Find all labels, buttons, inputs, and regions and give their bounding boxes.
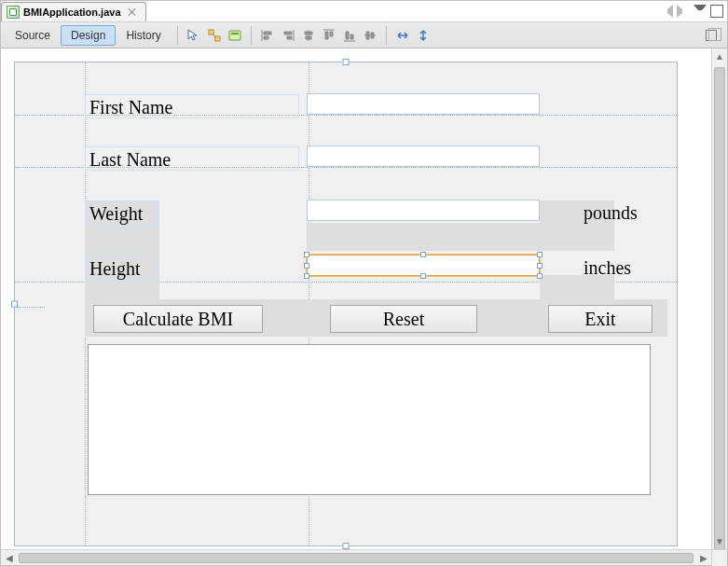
- view-design-tab[interactable]: Design: [61, 25, 116, 46]
- output-textarea[interactable]: [88, 344, 651, 495]
- vertical-scrollbar[interactable]: ▲ ▼: [711, 48, 727, 549]
- ide-window: BMIApplication.java Source Design Histor…: [0, 0, 728, 566]
- svg-rect-0: [209, 30, 213, 35]
- svg-rect-3: [231, 33, 239, 35]
- maximize-editor-icon[interactable]: [710, 5, 723, 18]
- scroll-left-icon[interactable]: ◀: [1, 550, 17, 566]
- scroll-right-icon[interactable]: ▶: [695, 550, 711, 566]
- resize-horizontal-icon[interactable]: [393, 26, 412, 45]
- resize-vertical-icon[interactable]: [414, 26, 433, 45]
- connection-mode-icon[interactable]: [205, 26, 224, 45]
- file-tab-label: BMIApplication.java: [23, 7, 121, 18]
- guide-horizontal: [15, 307, 45, 308]
- toolbar-separator: [386, 26, 387, 45]
- panel-resize-handle-icon[interactable]: [343, 543, 350, 549]
- selection-mode-icon[interactable]: [185, 26, 203, 45]
- scrollbar-thumb[interactable]: [19, 553, 694, 563]
- tab-next-icon[interactable]: [677, 5, 690, 18]
- align-left-icon[interactable]: [258, 26, 277, 45]
- last-name-label: Last Name: [85, 146, 299, 171]
- first-name-label: First Name: [85, 94, 299, 118]
- exit-button[interactable]: Exit: [548, 305, 652, 333]
- weight-label: Weight: [85, 200, 158, 225]
- design-canvas[interactable]: First Name Last Name Weight pounds Heigh…: [1, 48, 711, 549]
- align-right-icon[interactable]: [279, 26, 297, 45]
- view-history-tab[interactable]: History: [116, 25, 171, 46]
- toolbar-separator: [177, 26, 178, 45]
- align-center-v-icon[interactable]: [361, 26, 379, 45]
- tab-prev-icon[interactable]: [660, 5, 673, 18]
- jframe-panel[interactable]: First Name Last Name Weight pounds Heigh…: [14, 62, 678, 546]
- scrollbar-thumb[interactable]: [714, 67, 725, 552]
- height-input[interactable]: [307, 255, 540, 276]
- panel-resize-handle-icon[interactable]: [11, 301, 18, 308]
- align-top-icon[interactable]: [320, 26, 338, 45]
- tab-menu-icon[interactable]: [694, 5, 707, 18]
- height-unit-label: inches: [584, 255, 631, 280]
- calculate-bmi-button[interactable]: Calculate BMI: [93, 305, 263, 333]
- row-highlight: [159, 200, 307, 251]
- scrollbar-corner: [711, 550, 727, 566]
- toolbar-separator: [251, 26, 252, 45]
- panel-resize-handle-icon[interactable]: [343, 59, 350, 65]
- selection-handle-icon[interactable]: [537, 263, 543, 269]
- selection-handle-icon[interactable]: [304, 263, 309, 269]
- close-tab-icon[interactable]: [127, 7, 138, 18]
- toolbar-overflow-icon[interactable]: [702, 26, 721, 45]
- height-label: Height: [85, 255, 158, 280]
- horizontal-scrollbar[interactable]: ◀ ▶: [1, 549, 727, 565]
- selection-handle-icon[interactable]: [304, 273, 309, 279]
- selection-handle-icon[interactable]: [420, 273, 426, 279]
- preview-design-icon[interactable]: [226, 26, 244, 45]
- svg-rect-2: [229, 31, 240, 40]
- selection-handle-icon[interactable]: [420, 252, 426, 257]
- selection-handle-icon[interactable]: [304, 252, 309, 257]
- file-tab[interactable]: BMIApplication.java: [1, 2, 146, 21]
- editor-tabbar: BMIApplication.java: [1, 1, 727, 21]
- design-toolbar: Source Design History: [1, 21, 727, 48]
- weight-input[interactable]: [307, 200, 540, 221]
- row-highlight: [307, 223, 540, 251]
- selection-handle-icon[interactable]: [537, 273, 543, 279]
- weight-unit-label: pounds: [584, 200, 638, 225]
- align-bottom-icon[interactable]: [340, 26, 359, 45]
- selection-handle-icon[interactable]: [537, 252, 543, 257]
- design-editor: First Name Last Name Weight pounds Heigh…: [1, 48, 727, 549]
- svg-rect-1: [215, 36, 220, 41]
- scroll-down-icon[interactable]: ▼: [712, 533, 727, 549]
- reset-button[interactable]: Reset: [330, 305, 477, 333]
- view-source-tab[interactable]: Source: [5, 25, 61, 46]
- java-file-icon: [7, 6, 20, 19]
- last-name-input[interactable]: [307, 145, 540, 167]
- tabbar-nav: [660, 1, 727, 21]
- align-center-h-icon[interactable]: [299, 26, 318, 45]
- scroll-up-icon[interactable]: ▲: [712, 48, 727, 64]
- first-name-input[interactable]: [307, 93, 540, 115]
